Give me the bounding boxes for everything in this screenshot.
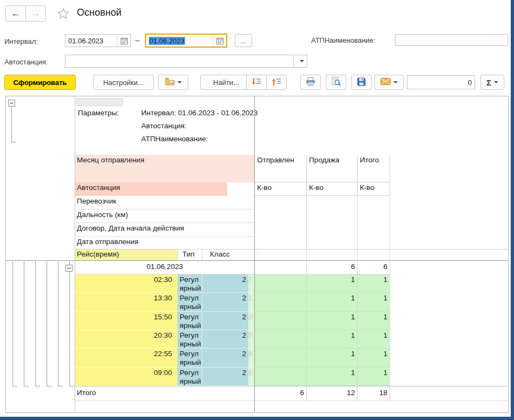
cell-departed-count[interactable] [255, 368, 307, 386]
cell-trip-time[interactable]: 13:30 [75, 293, 177, 311]
date-to-value[interactable]: 01.06.2023 [146, 35, 213, 47]
favorite-star-icon[interactable] [56, 6, 70, 23]
cell-trip-time[interactable]: 09:00 [75, 368, 177, 386]
header-distance-cell[interactable]: Дальность (км) [75, 209, 255, 223]
group-total-cell[interactable]: 6 [358, 261, 390, 274]
collapse-groups-button[interactable] [246, 75, 267, 90]
cell-trip-time[interactable]: 20:30 [75, 330, 177, 349]
trip-row: 15:50Регулярный2311 [75, 312, 509, 330]
cell-class[interactable]: 2 [202, 368, 248, 386]
cell-sales-count[interactable]: 1 [307, 293, 358, 311]
cell-clipped[interactable]: 9 [248, 368, 255, 386]
interval-more-button[interactable]: ... [235, 34, 252, 47]
cell-total-count[interactable]: 1 [358, 349, 390, 367]
header-trip-time-cell[interactable]: Рейс(время) [75, 250, 177, 260]
cell-sales-count[interactable]: 1 [307, 274, 358, 293]
expand-groups-button[interactable] [266, 75, 287, 90]
cell-total-count[interactable]: 1 [358, 312, 390, 330]
cell-clipped[interactable]: 5 [248, 330, 255, 349]
cell-class[interactable]: 2 [202, 312, 248, 330]
report-variants-button[interactable] [158, 75, 188, 90]
group-tree-line [24, 261, 29, 386]
calendar-icon[interactable] [213, 35, 226, 47]
save-button[interactable] [351, 75, 372, 90]
cell-trip-type[interactable]: Регулярный [177, 274, 202, 293]
send-mail-button[interactable] [374, 75, 404, 90]
parameters-block: Интервал: 01.06.2023 - 01.06.2023 Автост… [141, 107, 258, 146]
find-button[interactable]: Найти... [200, 75, 252, 90]
station-label: Автостанция: [4, 58, 48, 66]
cell-trip-time[interactable]: 15:50 [75, 312, 177, 330]
cell-sales-count[interactable]: 1 [307, 349, 358, 367]
cell-total-count[interactable]: 1 [358, 293, 390, 311]
header-departed-cell[interactable]: Отправлен [255, 155, 307, 182]
cell-trip-type[interactable]: Регулярный [177, 330, 202, 349]
cell-clipped[interactable]: 7 [248, 274, 255, 293]
header-total-cell[interactable]: Итого [358, 155, 390, 182]
header-departure-date-cell[interactable]: Дата отправления [75, 237, 255, 249]
cell-sales-count[interactable]: 1 [307, 330, 358, 349]
settings-button[interactable]: Настройки... [93, 75, 154, 90]
cell-class[interactable]: 2 [202, 293, 248, 311]
date-from-value[interactable]: 01.06.2023 [65, 35, 117, 47]
cell-sales-count[interactable]: 1 [307, 368, 358, 386]
cell-total-count[interactable]: 1 [358, 274, 390, 293]
cell-trip-type[interactable]: Регулярный [177, 312, 202, 330]
cell-departed-count[interactable] [255, 330, 307, 349]
print-button[interactable] [300, 75, 321, 90]
header-month-cell[interactable]: Месяц отправления [75, 155, 255, 182]
header-departed-units[interactable]: К-во [255, 182, 307, 196]
total-departed-cell[interactable]: 6 [255, 386, 307, 401]
autosum-value-field[interactable]: 0 [407, 75, 475, 89]
cell-sales-count[interactable]: 1 [307, 312, 358, 330]
cell-class[interactable]: 2 [202, 274, 248, 293]
header-sales-units[interactable]: К-во [307, 182, 358, 196]
back-button[interactable]: ← [5, 5, 26, 22]
group-date-cell[interactable]: 01.06.2023 [75, 261, 255, 274]
cell-clipped[interactable]: 3 [248, 312, 255, 330]
cell-class[interactable]: 2 [202, 330, 248, 349]
more-dots: ... [241, 37, 247, 45]
header-carrier-cell[interactable]: Перевозчик [75, 196, 255, 209]
calendar-icon[interactable] [117, 35, 130, 47]
header-total-units[interactable]: К-во [358, 182, 390, 196]
atp-name-input[interactable] [395, 34, 508, 46]
station-input[interactable] [65, 55, 294, 68]
header-contract-cell[interactable]: Договор, Дата начала действия [75, 223, 255, 237]
station-dropdown-button[interactable] [293, 55, 307, 68]
generate-button[interactable]: Сформировать [4, 75, 76, 90]
sum-button[interactable]: Σ [480, 75, 504, 90]
cell-trip-time[interactable]: 22:55 [75, 349, 177, 367]
forward-button[interactable]: → [25, 5, 46, 22]
date-to-field[interactable]: 01.06.2023 [145, 34, 227, 48]
total-sales-cell[interactable]: 12 [307, 386, 358, 401]
preview-button[interactable] [326, 75, 346, 90]
header-class-cell[interactable]: Класс [202, 250, 248, 260]
cell-trip-type[interactable]: Регулярный [177, 368, 202, 386]
cell-trip-type[interactable]: Регулярный [177, 293, 202, 311]
cell-departed-count[interactable] [255, 274, 307, 293]
cell-departed-count[interactable] [255, 293, 307, 311]
station-value[interactable] [65, 55, 293, 67]
cell-class[interactable]: 2 [202, 349, 248, 367]
header-station-cell[interactable]: Автостанция [75, 182, 227, 196]
cell-total-count[interactable]: 1 [358, 330, 390, 349]
cell-total-count[interactable]: 1 [358, 368, 390, 386]
group-departed-cell[interactable] [255, 261, 307, 274]
frozen-row-splitter[interactable] [6, 260, 509, 261]
header-type-cell[interactable]: Тип [177, 250, 202, 260]
atp-name-value[interactable] [396, 35, 508, 45]
group-sales-cell[interactable]: 6 [307, 261, 358, 274]
cell-departed-count[interactable] [255, 349, 307, 367]
cell-trip-type[interactable]: Регулярный [177, 349, 202, 367]
total-total-cell[interactable]: 18 [358, 386, 390, 401]
cell-trip-time[interactable]: 02:30 [75, 274, 177, 293]
collapse-date-group-button[interactable] [65, 265, 73, 272]
cell-clipped[interactable]: 8 [248, 349, 255, 367]
total-label-cell[interactable]: Итого [75, 386, 255, 401]
header-sales-cell[interactable]: Продажа [307, 155, 358, 182]
collapse-header-group-button[interactable] [8, 100, 15, 107]
cell-clipped[interactable]: 1 [248, 293, 255, 311]
cell-departed-count[interactable] [255, 312, 307, 330]
date-from-field[interactable]: 01.06.2023 [65, 34, 131, 47]
